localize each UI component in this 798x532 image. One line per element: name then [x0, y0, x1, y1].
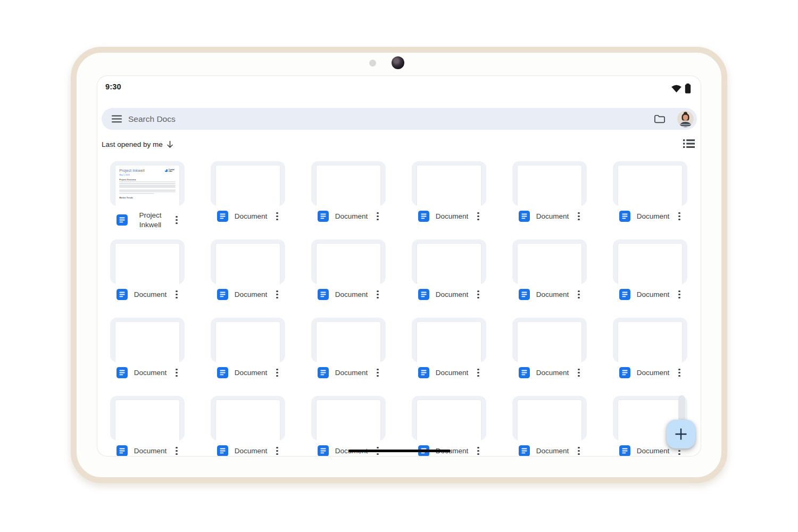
document-title: Document — [530, 446, 575, 456]
gesture-navigation-bar[interactable] — [348, 450, 451, 452]
document-card[interactable]: Document — [211, 239, 285, 302]
more-options-icon[interactable] — [575, 290, 583, 298]
more-options-icon[interactable] — [374, 369, 381, 377]
document-thumbnail[interactable] — [412, 239, 486, 284]
document-thumbnail[interactable] — [211, 239, 285, 284]
search-bar[interactable] — [102, 108, 697, 130]
logo-text: Cymbal Labs — [169, 169, 176, 172]
more-options-icon[interactable] — [475, 290, 482, 298]
document-card[interactable]: Document — [412, 318, 486, 380]
document-thumbnail[interactable] — [311, 318, 386, 362]
document-card[interactable]: Document — [311, 239, 386, 302]
more-options-icon[interactable] — [575, 447, 583, 455]
document-title: Document — [630, 212, 676, 221]
document-card[interactable]: Project InkwellCymbal LabsMay 1, 2023Pro… — [110, 161, 185, 223]
more-options-icon[interactable] — [173, 216, 180, 224]
document-thumbnail[interactable] — [512, 161, 587, 206]
preview-heading: Market Trends — [119, 196, 176, 198]
document-thumbnail[interactable] — [311, 161, 386, 206]
document-thumbnail[interactable] — [613, 161, 687, 206]
scrollbar[interactable] — [678, 395, 685, 422]
document-thumbnail[interactable] — [110, 318, 185, 362]
document-card[interactable]: Document — [512, 396, 587, 456]
document-card[interactable]: Document — [512, 318, 587, 380]
folder-icon[interactable] — [653, 113, 666, 126]
more-options-icon[interactable] — [273, 212, 281, 220]
document-thumbnail[interactable] — [211, 161, 285, 206]
document-card[interactable]: Document — [110, 318, 185, 380]
more-options-icon[interactable] — [676, 290, 683, 298]
docs-file-icon — [418, 289, 429, 300]
document-thumbnail[interactable] — [110, 396, 185, 440]
document-thumbnail[interactable] — [311, 396, 386, 440]
document-thumbnail[interactable] — [512, 396, 587, 440]
document-title: Document — [530, 290, 575, 300]
document-title: Project Inkwell — [128, 211, 173, 229]
document-thumbnail[interactable] — [110, 239, 185, 284]
more-options-icon[interactable] — [173, 290, 180, 298]
document-title: Document — [228, 290, 273, 300]
document-page-preview — [115, 322, 179, 362]
more-options-icon[interactable] — [475, 212, 482, 220]
document-title: Document — [329, 212, 374, 221]
menu-hamburger-icon[interactable] — [110, 113, 123, 126]
more-options-icon[interactable] — [173, 447, 180, 455]
document-card[interactable]: Document — [613, 239, 687, 302]
document-card[interactable]: Document — [613, 318, 687, 380]
document-card[interactable]: Document — [311, 396, 386, 456]
document-card[interactable]: Document — [311, 318, 386, 380]
document-page-preview — [317, 322, 380, 362]
document-card[interactable]: Document — [412, 239, 486, 302]
more-options-icon[interactable] — [475, 369, 482, 377]
document-page-preview — [115, 400, 179, 440]
document-thumbnail[interactable] — [613, 239, 687, 284]
document-thumbnail[interactable] — [211, 318, 285, 362]
document-title: Document — [630, 446, 676, 456]
more-options-icon[interactable] — [374, 212, 381, 220]
document-thumbnail[interactable] — [613, 318, 687, 362]
document-card[interactable]: Document — [110, 239, 185, 302]
document-page-preview: Project InkwellCymbal LabsMay 1, 2023Pro… — [115, 165, 179, 206]
document-thumbnail[interactable] — [211, 396, 285, 440]
more-options-icon[interactable] — [575, 212, 583, 220]
document-card[interactable]: Document — [512, 239, 587, 302]
document-thumbnail[interactable] — [512, 239, 587, 284]
more-options-icon[interactable] — [374, 290, 381, 298]
document-card[interactable]: Document — [311, 161, 386, 223]
document-thumbnail[interactable]: Project InkwellCymbal LabsMay 1, 2023Pro… — [110, 161, 185, 206]
document-thumbnail[interactable] — [412, 318, 486, 362]
create-document-fab[interactable] — [667, 420, 695, 448]
document-page-preview — [317, 165, 380, 206]
document-card[interactable]: Document — [412, 161, 486, 223]
tablet-screen: 9:30 — [97, 76, 701, 456]
document-card[interactable]: Document — [512, 161, 587, 223]
document-card[interactable]: Document — [211, 161, 285, 223]
document-thumbnail[interactable] — [412, 161, 486, 206]
document-preview: Project InkwellCymbal LabsMay 1, 2023Pro… — [115, 165, 179, 206]
more-options-icon[interactable] — [173, 369, 180, 377]
docs-file-icon — [318, 445, 329, 456]
more-options-icon[interactable] — [273, 447, 281, 455]
documents-grid: Project InkwellCymbal LabsMay 1, 2023Pro… — [110, 161, 687, 456]
more-options-icon[interactable] — [273, 290, 281, 298]
more-options-icon[interactable] — [676, 212, 683, 220]
sort-selector[interactable]: Last opened by me — [102, 138, 173, 150]
document-thumbnail[interactable] — [512, 318, 587, 362]
document-thumbnail[interactable] — [311, 239, 386, 284]
more-options-icon[interactable] — [575, 369, 583, 377]
document-card[interactable]: Document — [412, 396, 486, 456]
document-card[interactable]: Document — [613, 161, 687, 223]
document-card[interactable]: Document — [211, 396, 285, 456]
document-card[interactable]: Document — [211, 318, 285, 380]
search-input[interactable] — [128, 114, 653, 124]
document-card[interactable]: Document — [110, 396, 185, 456]
more-options-icon[interactable] — [273, 369, 281, 377]
account-avatar[interactable] — [677, 111, 694, 127]
sort-label: Last opened by me — [102, 140, 163, 148]
battery-icon — [685, 84, 691, 94]
more-options-icon[interactable] — [475, 447, 482, 455]
document-page-preview — [216, 165, 280, 206]
list-view-icon[interactable] — [683, 139, 695, 148]
document-thumbnail[interactable] — [412, 396, 486, 440]
more-options-icon[interactable] — [676, 369, 683, 377]
